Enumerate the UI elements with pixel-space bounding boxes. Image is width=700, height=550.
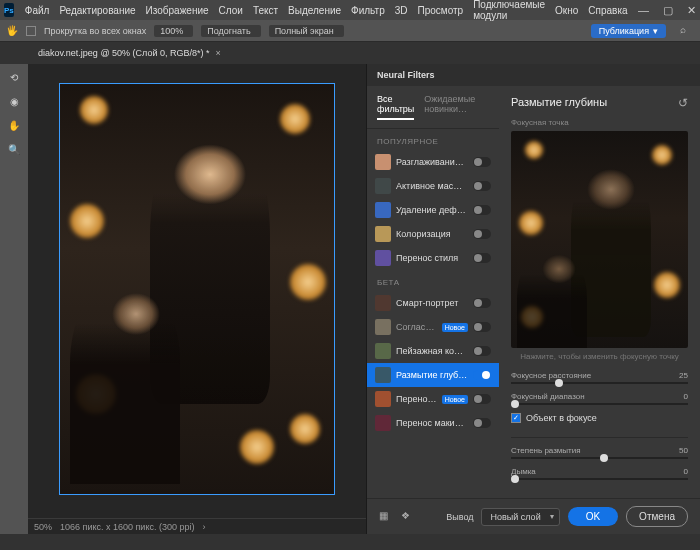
panel-tab[interactable]: Neural Filters: [367, 64, 700, 86]
app-logo: Ps: [4, 3, 14, 17]
slider-row: Фокусное расстояние25: [511, 371, 688, 384]
tab-close-icon[interactable]: ×: [215, 48, 220, 58]
focus-preview[interactable]: [511, 131, 688, 348]
menu-3d[interactable]: 3D: [390, 5, 413, 16]
filter-item[interactable]: Размытие глубины: [367, 363, 499, 387]
subject-focus-row[interactable]: ✓ Объект в фокусе: [511, 413, 688, 423]
filter-toggle[interactable]: [473, 346, 491, 356]
status-bar: 50% 1066 пикс. x 1600 пикс. (300 ppi) ›: [28, 518, 366, 534]
menu-view[interactable]: Просмотр: [412, 5, 468, 16]
slider-row: Дымка0: [511, 467, 688, 480]
chevron-down-icon: ▾: [653, 26, 658, 36]
slider-value: 50: [679, 446, 688, 455]
tab-all-filters[interactable]: Все фильтры: [377, 94, 414, 120]
filter-name: Перенос макияжа: [396, 418, 468, 428]
ok-button[interactable]: OK: [568, 507, 618, 526]
slider-track[interactable]: [511, 478, 688, 480]
output-label: Вывод: [446, 512, 473, 522]
menu-help[interactable]: Справка: [583, 5, 632, 16]
slider-thumb[interactable]: [511, 400, 519, 408]
filter-toggle[interactable]: [473, 298, 491, 308]
filter-item[interactable]: Удаление дефектов JPEG: [367, 198, 499, 222]
tab-waitlist[interactable]: Ожидаемые новинки…: [424, 94, 489, 120]
hand-tool-icon[interactable]: ✋: [5, 116, 23, 134]
new-badge: Новое: [442, 395, 468, 404]
canvas-area: 50% 1066 пикс. x 1600 пикс. (300 ppi) ›: [28, 64, 366, 534]
filter-toggle[interactable]: [473, 157, 491, 167]
filter-item[interactable]: Перенос цвета Новое: [367, 387, 499, 411]
view-rotate-icon[interactable]: ⟲: [5, 68, 23, 86]
document-tabs: diakov.net.jpeg @ 50% (Слой 0, RGB/8*) *…: [0, 42, 700, 64]
new-badge: Новое: [442, 323, 468, 332]
hand-tool-icon[interactable]: 🖐: [6, 25, 18, 36]
fullscreen-button[interactable]: Полный экран: [269, 25, 344, 37]
filter-toggle[interactable]: [473, 229, 491, 239]
maximize-icon[interactable]: ▢: [657, 3, 679, 17]
cancel-button[interactable]: Отмена: [626, 506, 688, 527]
filter-item[interactable]: Активное масштабир.: [367, 174, 499, 198]
output-dropdown[interactable]: Новый слой: [481, 508, 559, 526]
filter-toggle[interactable]: [473, 322, 491, 332]
status-zoom[interactable]: 50%: [34, 522, 52, 532]
document-canvas[interactable]: [59, 83, 335, 495]
filter-item[interactable]: Колоризация: [367, 222, 499, 246]
close-icon[interactable]: ✕: [681, 3, 700, 17]
publish-button[interactable]: Публикация▾: [591, 24, 666, 38]
menu-image[interactable]: Изображение: [141, 5, 214, 16]
menu-plugins[interactable]: Подключаемые модули: [468, 0, 550, 21]
menu-text[interactable]: Текст: [248, 5, 283, 16]
subject-focus-label: Объект в фокусе: [526, 413, 597, 423]
filter-item[interactable]: Разглаживание кожи: [367, 150, 499, 174]
minimize-icon[interactable]: —: [633, 3, 655, 17]
zoom-dropdown[interactable]: 100%: [154, 25, 193, 37]
filter-icon: [375, 343, 391, 359]
slider-track[interactable]: [511, 403, 688, 405]
slider-label: Степень размытия: [511, 446, 581, 455]
menubar: Ps Файл Редактирование Изображение Слои …: [0, 0, 700, 20]
focus-point-label: Фокусная точка: [511, 118, 688, 127]
subject-focus-checkbox[interactable]: ✓: [511, 413, 521, 423]
filter-name: Колоризация: [396, 229, 468, 239]
menu-file[interactable]: Файл: [20, 5, 55, 16]
filter-name: Перенос стиля: [396, 253, 468, 263]
menu-layers[interactable]: Слои: [214, 5, 248, 16]
zoom-tool-icon[interactable]: 🔍: [5, 140, 23, 158]
filter-icon: [375, 319, 391, 335]
filter-name: Перенос цвета: [396, 394, 437, 404]
filter-toggle[interactable]: [473, 205, 491, 215]
scroll-all-label: Прокрутка во всех окнах: [44, 26, 146, 36]
filter-icon: [375, 154, 391, 170]
filter-item[interactable]: Перенос макияжа: [367, 411, 499, 435]
slider-thumb[interactable]: [555, 379, 563, 387]
filter-toggle[interactable]: [473, 181, 491, 191]
slider-track[interactable]: [511, 382, 688, 384]
menu-select[interactable]: Выделение: [283, 5, 346, 16]
chevron-right-icon[interactable]: ›: [202, 522, 205, 532]
eye-icon[interactable]: ◉: [5, 92, 23, 110]
filter-icon: [375, 250, 391, 266]
options-bar: 🖐 Прокрутка во всех окнах 100% Подогнать…: [0, 20, 700, 42]
fit-button[interactable]: Подогнать: [201, 25, 260, 37]
menu-edit[interactable]: Редактирование: [54, 5, 140, 16]
search-icon[interactable]: ⌕: [680, 24, 694, 38]
filter-toggle[interactable]: [473, 370, 491, 380]
filter-toggle[interactable]: [473, 253, 491, 263]
filter-item[interactable]: Перенос стиля: [367, 246, 499, 270]
reset-icon[interactable]: ↺: [678, 96, 688, 110]
scroll-all-checkbox[interactable]: [26, 26, 36, 36]
filter-toggle[interactable]: [473, 394, 491, 404]
menu-filter[interactable]: Фильтр: [346, 5, 390, 16]
slider-thumb[interactable]: [600, 454, 608, 462]
stack-icon[interactable]: ❖: [401, 510, 415, 524]
slider-thumb[interactable]: [511, 475, 519, 483]
filter-item[interactable]: Смарт-портрет: [367, 291, 499, 315]
layers-icon[interactable]: ▦: [379, 510, 393, 524]
doc-tab[interactable]: diakov.net.jpeg @ 50% (Слой 0, RGB/8*) *…: [28, 45, 231, 61]
filter-toggle[interactable]: [473, 418, 491, 428]
menu-window[interactable]: Окно: [550, 5, 583, 16]
slider-track[interactable]: [511, 457, 688, 459]
filter-item[interactable]: Согласование Новое: [367, 315, 499, 339]
slider-row: Степень размытия50: [511, 446, 688, 459]
filter-item[interactable]: Пейзажная композиция: [367, 339, 499, 363]
slider-label: Фокусный диапазон: [511, 392, 585, 401]
